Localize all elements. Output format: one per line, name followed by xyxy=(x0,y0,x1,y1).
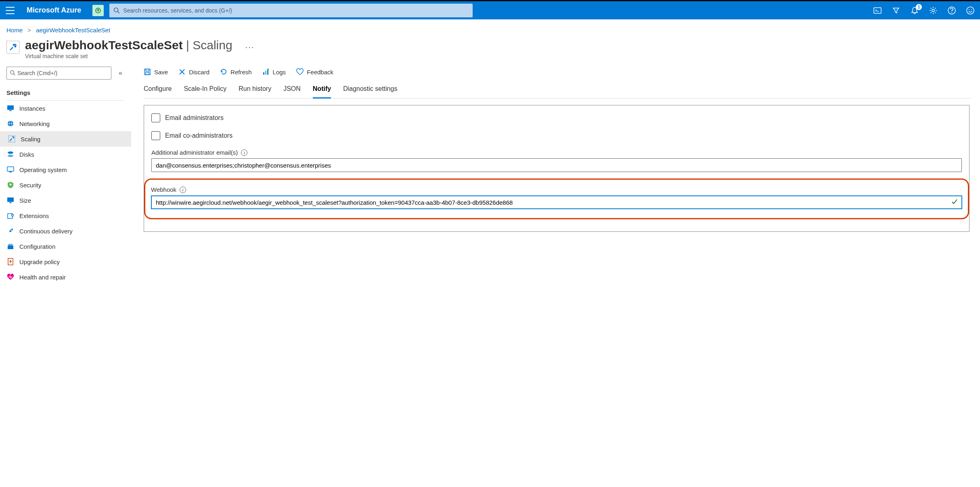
resource-name: aegirWebhookTestScaleSet xyxy=(25,38,183,52)
toolbar-label: Refresh xyxy=(230,69,252,76)
email-admins-row: Email administrators xyxy=(151,113,962,122)
tab-json[interactable]: JSON xyxy=(283,82,301,98)
additional-emails-input[interactable] xyxy=(151,158,962,172)
svg-rect-14 xyxy=(9,110,12,111)
breadcrumb-home[interactable]: Home xyxy=(6,27,23,34)
sidebar-item-label: Networking xyxy=(19,120,50,127)
tab-run-history[interactable]: Run history xyxy=(239,82,271,98)
sidebar-item-label: Security xyxy=(19,182,41,189)
svg-rect-21 xyxy=(7,167,14,171)
toolbox-icon xyxy=(6,242,15,250)
brand-label[interactable]: Microsoft Azure xyxy=(27,6,81,15)
page-title-block: aegirWebhookTestScaleSet | Scaling Virtu… xyxy=(6,38,971,59)
refresh-button[interactable]: Refresh xyxy=(220,68,252,76)
monitor-icon xyxy=(6,104,15,112)
webhook-input[interactable] xyxy=(151,195,962,209)
global-search-input[interactable]: Search resources, services, and docs (G+… xyxy=(109,4,473,17)
sidebar-section-header: Settings xyxy=(6,87,124,101)
svg-rect-38 xyxy=(265,71,266,75)
tab-scale-in-policy[interactable]: Scale-In Policy xyxy=(184,82,226,98)
sidebar-item-label: Extensions xyxy=(19,212,49,219)
webhook-highlight: Webhook i xyxy=(144,178,969,219)
sidebar-item-extensions[interactable]: Extensions xyxy=(0,208,131,223)
svg-rect-30 xyxy=(9,244,12,246)
info-icon[interactable]: i xyxy=(180,187,186,193)
disks-icon xyxy=(6,150,15,158)
sidebar-item-label: Size xyxy=(19,197,31,204)
sidebar-item-health[interactable]: Health and repair xyxy=(0,269,131,285)
sidebar-item-label: Continuous delivery xyxy=(19,228,73,235)
email-coadmins-checkbox[interactable] xyxy=(151,131,160,140)
azure-topbar: Microsoft Azure Search resources, servic… xyxy=(0,0,980,19)
svg-line-12 xyxy=(14,74,15,76)
search-icon xyxy=(113,7,120,14)
svg-point-40 xyxy=(267,69,269,71)
sidebar-item-label: Instances xyxy=(19,105,45,112)
svg-point-19 xyxy=(8,151,13,154)
filter-icon[interactable] xyxy=(892,6,900,15)
feedback-button[interactable]: Feedback xyxy=(296,68,333,76)
svg-point-10 xyxy=(971,9,972,10)
toolbar-label: Save xyxy=(154,69,168,76)
svg-line-2 xyxy=(117,11,119,13)
tabs: Configure Scale-In Policy Run history JS… xyxy=(144,82,971,99)
sidebar-item-label: Scaling xyxy=(21,136,40,143)
sidebar-item-networking[interactable]: Networking xyxy=(0,116,131,131)
discard-button[interactable]: Discard xyxy=(178,68,209,76)
monitor-icon xyxy=(6,166,15,174)
sidebar-item-config[interactable]: Configuration xyxy=(0,239,131,254)
sidebar-nav: Instances Networking Scaling Disks Opera… xyxy=(0,101,131,285)
sidebar-search-input[interactable]: Search (Cmd+/) xyxy=(6,67,111,80)
menu-icon[interactable] xyxy=(6,7,15,14)
svg-point-28 xyxy=(11,230,12,231)
svg-rect-25 xyxy=(9,202,12,203)
cloud-shell-icon[interactable] xyxy=(873,6,882,15)
sidebar-item-upgrade[interactable]: Upgrade policy xyxy=(0,254,131,269)
sidebar-item-os[interactable]: Operating system xyxy=(0,162,131,177)
notifications-icon[interactable]: 1 xyxy=(911,6,919,15)
sidebar-item-cd[interactable]: Continuous delivery xyxy=(0,223,131,239)
shield-icon xyxy=(6,181,15,189)
sidebar-item-scaling[interactable]: Scaling xyxy=(0,131,131,147)
logs-button[interactable]: Logs xyxy=(262,68,286,76)
email-coadmins-label: Email co-administrators xyxy=(165,132,232,139)
settings-icon[interactable] xyxy=(929,6,937,15)
tab-diagnostic[interactable]: Diagnostic settings xyxy=(343,82,397,98)
close-icon xyxy=(178,68,186,76)
tab-configure[interactable]: Configure xyxy=(144,82,172,98)
email-admins-checkbox[interactable] xyxy=(151,113,160,122)
help-icon[interactable] xyxy=(948,6,956,15)
main-content: Save Discard Refresh Logs Feedback xyxy=(144,67,971,285)
svg-point-11 xyxy=(10,71,14,74)
sidebar: Search (Cmd+/) « Settings Instances Netw… xyxy=(6,67,136,285)
sidebar-item-label: Disks xyxy=(19,151,34,158)
sidebar-item-label: Operating system xyxy=(19,166,67,173)
topbar-right: 1 xyxy=(873,6,974,15)
sidebar-item-disks[interactable]: Disks xyxy=(0,147,131,162)
breadcrumb-current[interactable]: aegirWebhookTestScaleSet xyxy=(36,27,110,34)
section-name: Scaling xyxy=(193,38,232,52)
sidebar-item-instances[interactable]: Instances xyxy=(0,101,131,116)
notification-count: 1 xyxy=(916,4,922,10)
resource-type-label: Virtual machine scale set xyxy=(25,53,232,59)
svg-rect-24 xyxy=(7,197,14,202)
svg-rect-37 xyxy=(263,72,264,75)
sidebar-item-size[interactable]: Size xyxy=(0,193,131,208)
sidebar-item-security[interactable]: Security xyxy=(0,177,131,193)
breadcrumb-separator: > xyxy=(27,27,31,34)
puzzle-icon xyxy=(6,212,15,220)
up-arrow-icon[interactable] xyxy=(92,5,104,16)
tab-notify[interactable]: Notify xyxy=(313,82,331,99)
more-actions-button[interactable]: ··· xyxy=(245,42,255,52)
feedback-smiley-icon[interactable] xyxy=(966,6,974,15)
refresh-icon xyxy=(220,68,227,76)
sidebar-item-label: Health and repair xyxy=(19,274,66,281)
email-coadmins-row: Email co-administrators xyxy=(151,131,962,140)
collapse-sidebar-icon[interactable]: « xyxy=(119,69,121,77)
svg-point-5 xyxy=(932,9,934,12)
info-icon[interactable]: i xyxy=(241,149,247,156)
save-button[interactable]: Save xyxy=(144,68,168,76)
svg-point-7 xyxy=(951,12,952,13)
save-icon xyxy=(144,68,151,76)
sidebar-item-label: Configuration xyxy=(19,243,55,250)
